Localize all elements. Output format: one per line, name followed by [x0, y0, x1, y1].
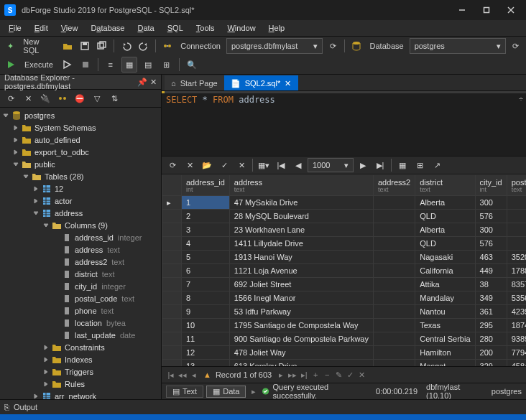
nav-cancel-button[interactable]: ✕ — [356, 370, 366, 380]
menu-window[interactable]: Window — [221, 22, 261, 34]
collapse-editor-icon[interactable]: ÷ — [519, 94, 523, 103]
database-dropdown[interactable]: postgres▾ — [410, 38, 506, 54]
output-panel-button[interactable]: ⎘ Output — [0, 399, 526, 414]
card-view-button[interactable]: ▦ — [394, 157, 410, 173]
save-button[interactable] — [78, 38, 92, 54]
nav-first-button[interactable]: |◂ — [166, 370, 176, 380]
debug-button[interactable] — [59, 57, 75, 73]
nav-delete-button[interactable]: − — [322, 370, 332, 380]
tree-node-column[interactable]: address_idinteger — [0, 231, 161, 243]
new-sql-label[interactable]: New SQL — [20, 37, 57, 55]
tab-sql2[interactable]: 📄 SQL2.sql* ✕ — [224, 75, 299, 90]
column-header[interactable]: address2text — [373, 175, 415, 196]
next-page-button[interactable]: ▶ — [355, 157, 371, 173]
pin-icon[interactable]: 📌 — [137, 78, 147, 87]
export-button[interactable]: ↗ — [429, 157, 445, 173]
refresh-grid-button[interactable]: ⟳ — [165, 157, 180, 173]
tab-start-page[interactable]: ⌂ Start Page — [165, 75, 224, 90]
table-row[interactable]: 81566 Inegl ManorMandalay349535617058140… — [162, 291, 527, 305]
stop-button[interactable] — [78, 57, 93, 73]
nav-confirm-button[interactable]: ✓ — [345, 370, 355, 380]
table-row[interactable]: 11900 Santiago de Compostela ParkwayCent… — [162, 332, 527, 346]
tree-node-column[interactable]: districttext — [0, 268, 161, 280]
menu-help[interactable]: Help — [263, 22, 291, 34]
execute-button[interactable] — [3, 57, 19, 73]
redo-button[interactable] — [137, 38, 151, 54]
text-view-button[interactable]: ▤ — [140, 57, 156, 73]
first-page-button[interactable]: |◀ — [273, 157, 289, 173]
table-row[interactable]: ▸147 MySakila DriveAlberta300⋯ — [162, 196, 527, 210]
column-header[interactable]: address_idint — [182, 175, 230, 196]
execute-label[interactable]: Execute — [22, 60, 56, 69]
minimize-button[interactable] — [450, 2, 474, 18]
tree-node-indexes[interactable]: Indexes — [0, 353, 161, 365]
tree-node-column[interactable]: address2text — [0, 256, 161, 268]
undo-button[interactable] — [119, 38, 133, 54]
column-header[interactable]: postal_codetext — [507, 175, 526, 196]
nav-edit-button[interactable]: ✎ — [333, 370, 343, 380]
menu-view[interactable]: View — [55, 22, 84, 34]
table-row[interactable]: 51913 Hanoi WayNagasaki46335200283033842… — [162, 251, 527, 264]
close-button[interactable] — [499, 2, 523, 18]
tree-node-column[interactable]: postal_codetext — [0, 292, 161, 304]
maximize-button[interactable] — [474, 2, 499, 18]
menu-database[interactable]: Database — [85, 22, 130, 34]
tree-node-system-schemas[interactable]: System Schemas — [0, 121, 161, 134]
new-connection-button[interactable]: 🔌 — [37, 90, 53, 106]
tree-node-table[interactable]: actor — [0, 195, 161, 207]
nav-prev-page-button[interactable]: ◂◂ — [177, 370, 188, 380]
page-size-input[interactable]: 1000▾ — [308, 158, 354, 172]
column-header[interactable]: city_idint — [475, 175, 507, 196]
nav-next-button[interactable]: ▸ — [276, 370, 286, 380]
refresh-connection-button[interactable]: ⟳ — [326, 38, 340, 54]
object-tree[interactable]: postgresSystem Schemasauto_definedexport… — [0, 108, 161, 399]
tree-node-schema[interactable]: auto_defined — [0, 134, 161, 146]
tree-node-column[interactable]: locationbytea — [0, 317, 161, 329]
tree-node-columns-folder[interactable]: Columns (9) — [0, 219, 161, 231]
chart-button[interactable]: ⊞ — [159, 57, 175, 73]
format-button[interactable]: ≡ — [103, 57, 119, 73]
menu-tools[interactable]: Tools — [190, 22, 221, 34]
tree-node-schema-public[interactable]: public — [0, 158, 161, 170]
prev-page-button[interactable]: ◀ — [290, 157, 306, 173]
tree-node-column[interactable]: addresstext — [0, 243, 161, 256]
open-file-button[interactable] — [60, 38, 74, 54]
data-grid[interactable]: address_idintaddresstextaddress2textdist… — [162, 174, 526, 366]
connect-button[interactable] — [160, 38, 175, 54]
tree-node-constraints[interactable]: Constraints — [0, 341, 161, 353]
grid-view-button[interactable]: ▦ — [121, 57, 137, 73]
pivot-button[interactable]: ⊞ — [412, 157, 428, 173]
find-button[interactable]: 🔍 — [184, 57, 200, 73]
disconnect-button[interactable]: ⛔ — [72, 90, 88, 106]
menu-data[interactable]: Data — [132, 22, 160, 34]
nav-prev-button[interactable]: ◂ — [189, 370, 199, 380]
table-row[interactable]: 41411 Lillydale DriveQLD5766172235589⋯ — [162, 237, 527, 251]
add-view-tab-button[interactable]: ▸ — [249, 387, 259, 396]
panel-close-icon[interactable]: ✕ — [150, 78, 157, 87]
table-row[interactable]: 12478 Joliet WayHamilton2007794865728228… — [162, 346, 527, 360]
table-row[interactable]: 228 MySQL BoulevardQLD576⋯ — [162, 210, 527, 223]
sql-editor[interactable]: SELECT * FROM address ÷ — [162, 91, 526, 157]
table-row[interactable]: 101795 Santiago de Compostela WayTexas29… — [162, 319, 527, 332]
menu-edit[interactable]: Edit — [29, 22, 54, 34]
column-header[interactable]: addresstext — [229, 175, 373, 196]
nav-next-page-button[interactable]: ▸▸ — [287, 370, 297, 380]
collapse-button[interactable]: ✕ — [20, 90, 36, 106]
connect-db-button[interactable] — [55, 90, 70, 106]
menu-sql[interactable]: SQL — [162, 22, 189, 34]
tree-node-column[interactable]: city_idinteger — [0, 280, 161, 292]
column-header[interactable]: districttext — [415, 175, 475, 196]
table-row[interactable]: 953 Idfu ParkwayNantou361423991065564867… — [162, 305, 527, 319]
table-row[interactable]: 61121 Loja AvenueCalifornia4491788683863… — [162, 264, 527, 278]
view-tab-text[interactable]: ▤ Text — [166, 386, 203, 398]
commit-button[interactable]: ✓ — [216, 157, 232, 173]
tree-node-rules[interactable]: Rules — [0, 378, 161, 390]
tree-node-triggers[interactable]: Triggers — [0, 365, 161, 378]
tree-node-column[interactable]: phonetext — [0, 304, 161, 317]
refresh-button[interactable]: ⟳ — [3, 90, 19, 106]
tree-node-schema[interactable]: export_to_odbc — [0, 146, 161, 158]
tree-node-tables-folder[interactable]: Tables (28) — [0, 170, 161, 182]
refresh-database-button[interactable]: ⟳ — [509, 38, 523, 54]
tree-node-column[interactable]: last_updatedate — [0, 329, 161, 341]
rollback-button[interactable]: ✕ — [234, 157, 249, 173]
